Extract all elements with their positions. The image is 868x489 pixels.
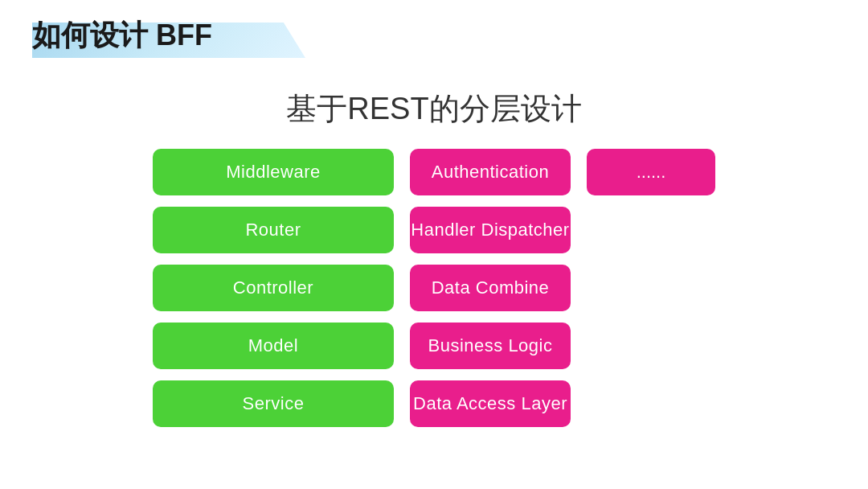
- left-column: Middleware Router Controller Model Servi…: [153, 149, 394, 427]
- btn-middleware: Middleware: [153, 149, 394, 195]
- btn-data-combine: Data Combine: [410, 265, 571, 311]
- header: 如何设计 BFF: [32, 16, 212, 55]
- btn-business-logic: Business Logic: [410, 323, 571, 369]
- btn-router: Router: [153, 207, 394, 253]
- extra-column: ......: [587, 149, 715, 195]
- btn-handler-dispatcher: Handler Dispatcher: [410, 207, 571, 253]
- btn-service: Service: [153, 380, 394, 427]
- subtitle: 基于REST的分层设计: [0, 88, 868, 129]
- btn-model: Model: [153, 323, 394, 369]
- btn-ellipsis: ......: [587, 149, 715, 195]
- page-title: 如何设计 BFF: [32, 16, 212, 55]
- btn-data-access-layer: Data Access Layer: [410, 380, 571, 427]
- right-column: Authentication Handler Dispatcher Data C…: [410, 149, 571, 427]
- page: 如何设计 BFF 基于REST的分层设计 Middleware Router C…: [0, 0, 868, 489]
- btn-authentication: Authentication: [410, 149, 571, 195]
- btn-controller: Controller: [153, 265, 394, 311]
- main-content: Middleware Router Controller Model Servi…: [153, 149, 715, 427]
